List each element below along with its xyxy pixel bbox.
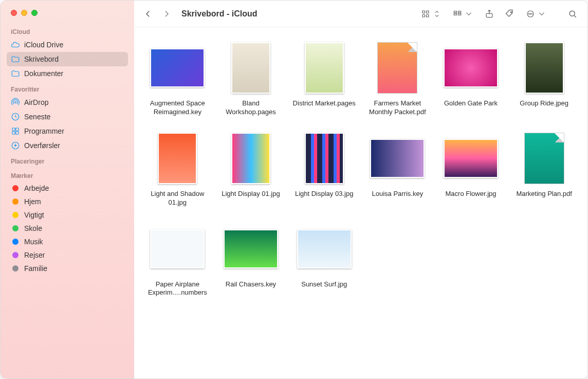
sidebar-item-label: Familie [24,264,47,273]
file-name: Light Display 01.jpg [222,190,280,198]
file-item[interactable]: Marketing Plan.pdf [510,130,578,207]
sidebar-tag-item[interactable]: Skole [7,222,128,235]
file-item[interactable]: Paper Airplane Experim….numbers [143,221,212,298]
file-name: Paper Airplane Experim….numbers [143,280,212,298]
file-item[interactable]: Rail Chasers.key [217,221,285,298]
sidebar-item-airdrop[interactable]: AirDrop [7,95,128,110]
file-item[interactable]: District Market.pages [290,40,358,117]
sidebar-tag-item[interactable]: Hjem [7,195,128,208]
tag-dot-icon [12,225,19,231]
forward-button[interactable] [160,7,173,21]
file-item[interactable]: Golden Gate Park [437,40,505,117]
file-thumbnail [369,40,426,96]
svg-rect-9 [422,14,425,17]
sidebar-item-seneste[interactable]: Seneste [7,110,128,124]
sidebar-item-programmer[interactable]: Programmer [7,124,128,138]
sidebar-item-dokumenter[interactable]: Dokumenter [7,66,128,81]
svg-point-16 [510,11,511,12]
file-item[interactable]: Light Display 03.jpg [290,130,358,207]
file-item[interactable]: Light Display 01.jpg [217,130,285,207]
file-thumbnail [516,40,573,96]
sidebar-section-title: Placeringer [7,153,128,167]
svg-point-18 [528,13,529,14]
sidebar-item-label: Vigtigt [24,211,44,219]
main-area: Skrivebord - iCloud [134,1,587,378]
file-item[interactable]: Louisa Parris.key [363,130,432,207]
back-button[interactable] [141,7,155,21]
window-controls [11,10,128,16]
sidebar-item-icloud-drive[interactable]: iCloud Drive [7,38,128,52]
minimize-button[interactable] [21,10,27,16]
file-thumbnail [223,40,279,96]
svg-point-19 [530,13,531,14]
sidebar-item-label: Dokumenter [24,69,63,78]
svg-rect-10 [427,14,429,17]
file-thumbnail [149,130,206,187]
download-icon [11,141,20,150]
toolbar: Skrivebord - iCloud [134,1,587,27]
sidebar-item-skrivebord[interactable]: Skrivebord [7,52,128,66]
sidebar-tag-item[interactable]: Arbejde [7,182,128,195]
sidebar-item-label: Seneste [24,113,50,121]
sidebar-section-title: Favoritter [7,81,128,95]
svg-point-0 [15,102,16,103]
svg-point-20 [531,13,532,14]
file-thumbnail [149,40,206,96]
folder-icon [11,69,20,78]
file-item[interactable]: Light and Shadow 01.jpg [143,130,212,207]
tags-button[interactable] [502,7,518,21]
sidebar-item-label: Skrivebord [24,55,59,63]
sidebar-item-label: AirDrop [24,98,48,106]
file-thumbnail [223,221,279,277]
svg-rect-7 [422,11,425,13]
zoom-button[interactable] [31,10,38,16]
sidebar-item-overforsler[interactable]: Overførsler [7,138,128,153]
sidebar-tag-item[interactable]: Musik [7,235,128,248]
svg-rect-5 [16,132,19,134]
sidebar-item-label: Arbejde [24,184,49,192]
search-button[interactable] [565,7,580,21]
file-thumbnail [223,130,279,187]
sidebar-section-title: iCloud [7,23,128,38]
file-name: Louisa Parris.key [372,190,423,198]
action-menu-button[interactable] [523,9,549,19]
file-item[interactable]: Macro Flower.jpg [437,130,505,207]
sidebar-tag-item[interactable]: Familie [7,262,128,275]
chevron-up-down-icon [432,9,442,19]
apps-icon [11,127,20,136]
group-icon [453,9,462,19]
sidebar-item-label: Rejser [24,251,45,259]
tag-dot-icon [12,198,19,205]
view-switcher[interactable] [418,9,445,19]
sidebar-tag-item[interactable]: Rejser [7,248,128,262]
svg-rect-14 [458,13,461,15]
file-grid: Augmented Space Reimagined.keyBland Work… [134,27,587,378]
file-name: Golden Gate Park [444,99,498,108]
file-name: Light and Shadow 01.jpg [143,190,212,207]
file-name: Sunset Surf.jpg [301,280,347,289]
group-by-button[interactable] [450,9,476,19]
sidebar-item-label: Skole [24,224,42,232]
window-title: Skrivebord - iCloud [181,9,258,19]
share-button[interactable] [482,7,497,21]
sidebar-item-label: Programmer [24,127,64,135]
svg-rect-13 [458,11,461,12]
file-item[interactable]: Bland Workshop.pages [217,40,285,117]
close-button[interactable] [11,10,17,16]
sidebar: iCloud iCloud Drive Skrivebord Dokumente… [1,1,134,378]
file-item[interactable]: Farmers Market Monthly Packet.pdf [363,40,432,117]
tag-dot-icon [12,212,19,218]
file-item[interactable]: Group Ride.jpeg [510,40,578,117]
file-item[interactable]: Augmented Space Reimagined.key [143,40,212,117]
folder-icon [11,55,20,64]
file-item[interactable]: Sunset Surf.jpg [290,221,358,298]
file-name: Bland Workshop.pages [217,99,285,117]
svg-rect-12 [454,13,456,15]
sidebar-tag-item[interactable]: Vigtigt [7,208,128,222]
cloud-icon [11,40,20,49]
file-thumbnail [443,40,499,96]
file-name: Augmented Space Reimagined.key [143,99,212,117]
icon-view-icon [421,9,430,19]
airdrop-icon [11,98,20,107]
file-name: Group Ride.jpeg [520,99,568,108]
